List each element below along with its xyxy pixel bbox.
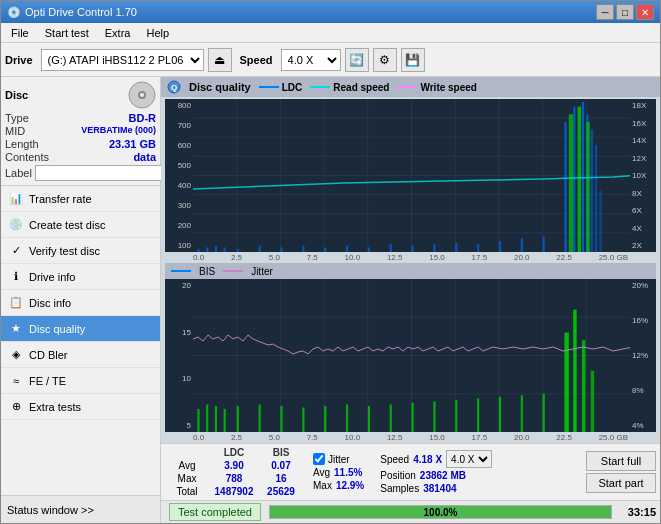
menu-start-test[interactable]: Start test <box>37 23 97 42</box>
y-right-2x: 2X <box>632 241 654 250</box>
read-speed-color-swatch <box>310 86 330 88</box>
close-button[interactable]: ✕ <box>636 4 654 20</box>
y-label-400: 400 <box>167 181 191 190</box>
x-50: 5.0 <box>269 253 280 262</box>
save-button[interactable]: 💾 <box>401 48 425 72</box>
transfer-rate-label: Transfer rate <box>29 193 92 205</box>
ly-5: 5 <box>167 421 191 430</box>
progress-track: 100.0% <box>269 505 612 519</box>
type-value: BD-R <box>129 112 157 124</box>
sidebar-item-cd-bler[interactable]: ◈ CD Bler <box>1 342 160 368</box>
bis-color-swatch <box>171 270 191 272</box>
jitter-max-row: Max 12.9% <box>313 480 364 491</box>
svg-rect-23 <box>215 246 217 252</box>
start-full-button[interactable]: Start full <box>586 451 656 471</box>
menu-help[interactable]: Help <box>138 23 177 42</box>
svg-rect-78 <box>499 397 501 432</box>
drive-info-icon: ℹ <box>9 270 23 284</box>
drive-select[interactable]: (G:) ATAPI iHBS112 2 PL06 <box>41 49 204 71</box>
svg-rect-35 <box>455 243 457 252</box>
jitter-label: Jitter <box>328 454 350 465</box>
svg-rect-34 <box>433 244 435 252</box>
upper-y-axis-left: 800 700 600 500 400 300 200 100 <box>165 99 193 252</box>
x-225: 22.5 <box>556 253 572 262</box>
lower-chart-svg <box>193 279 630 432</box>
speed-select-stats[interactable]: 4.0 X <box>446 450 492 468</box>
lx-150: 15.0 <box>429 433 445 442</box>
progress-bar-area: Test completed 100.0% 33:15 <box>161 500 660 523</box>
lower-x-axis: 0.0 2.5 5.0 7.5 10.0 12.5 15.0 17.5 20.0… <box>161 433 660 442</box>
verify-test-disc-label: Verify test disc <box>29 245 100 257</box>
minimize-button[interactable]: ─ <box>596 4 614 20</box>
sidebar-item-extra-tests[interactable]: ⊕ Extra tests <box>1 394 160 420</box>
stats-total-bis: 25629 <box>259 485 303 498</box>
legend-ldc: LDC <box>259 82 303 93</box>
stats-avg-ldc: 3.90 <box>209 459 259 472</box>
disc-mid-row: MID VERBATIMe (000) <box>5 125 156 137</box>
svg-rect-24 <box>224 247 226 252</box>
length-label: Length <box>5 138 39 150</box>
sidebar-item-fe-te[interactable]: ≈ FE / TE <box>1 368 160 394</box>
svg-rect-33 <box>412 246 414 252</box>
sidebar-item-create-test-disc[interactable]: 💿 Create test disc <box>1 212 160 238</box>
y-right-12x: 12X <box>632 154 654 163</box>
stats-row: LDC BIS Avg 3.90 0.07 Max 788 16 Total 1… <box>165 446 656 498</box>
refresh-button[interactable]: 🔄 <box>345 48 369 72</box>
maximize-button[interactable]: □ <box>616 4 634 20</box>
samples-label: Samples <box>380 483 419 494</box>
extra-tests-icon: ⊕ <box>9 400 23 414</box>
cd-bler-icon: ◈ <box>9 348 23 362</box>
jitter-section: Jitter Avg 11.5% Max 12.9% <box>313 453 364 491</box>
app-icon: 💿 <box>7 6 21 19</box>
svg-rect-44 <box>591 130 593 252</box>
status-window-button[interactable]: Status window >> <box>1 495 160 523</box>
x-100: 10.0 <box>345 253 361 262</box>
sidebar-item-transfer-rate[interactable]: 📊 Transfer rate <box>1 186 160 212</box>
settings-button[interactable]: ⚙ <box>373 48 397 72</box>
eject-button[interactable]: ⏏ <box>208 48 232 72</box>
label-input[interactable] <box>35 165 168 181</box>
svg-rect-45 <box>595 145 597 252</box>
sidebar-item-drive-info[interactable]: ℹ Drive info <box>1 264 160 290</box>
jitter-checkbox[interactable] <box>313 453 325 465</box>
speed-value: 4.18 X <box>413 454 442 465</box>
sidebar-item-disc-quality[interactable]: ★ Disc quality <box>1 316 160 342</box>
disc-info-panel: Disc Type BD-R MID VERBATIMe (000) <box>1 77 160 186</box>
svg-rect-73 <box>390 404 392 432</box>
legend-write-speed: Write speed <box>397 82 477 93</box>
jitter-lower-color-swatch <box>223 270 243 272</box>
label-key: Label <box>5 167 32 179</box>
x-250: 25.0 GB <box>599 253 628 262</box>
svg-rect-63 <box>206 404 208 432</box>
y-label-700: 700 <box>167 121 191 130</box>
read-speed-label: Read speed <box>333 82 389 93</box>
menu-file[interactable]: File <box>3 23 37 42</box>
sidebar-item-verify-test-disc[interactable]: ✓ Verify test disc <box>1 238 160 264</box>
svg-rect-67 <box>259 404 261 432</box>
type-label: Type <box>5 112 29 124</box>
svg-text:Q: Q <box>171 83 177 92</box>
menu-extra[interactable]: Extra <box>97 23 139 42</box>
lx-0: 0.0 <box>193 433 204 442</box>
y-right-8x: 8X <box>632 189 654 198</box>
svg-rect-39 <box>543 237 545 252</box>
svg-rect-82 <box>573 310 576 432</box>
jitter-avg-label: Avg <box>313 467 330 478</box>
svg-rect-47 <box>569 114 573 252</box>
y-label-600: 600 <box>167 141 191 150</box>
samples-row: Samples 381404 <box>380 483 492 494</box>
svg-rect-74 <box>412 403 414 432</box>
y-right-18x: 18X <box>632 101 654 110</box>
svg-rect-31 <box>368 247 370 252</box>
speed-label: Speed <box>380 454 409 465</box>
start-part-button[interactable]: Start part <box>586 473 656 493</box>
lower-chart: 20 15 10 5 <box>165 279 656 432</box>
jitter-avg-value: 11.5% <box>334 467 362 478</box>
sidebar-item-disc-info[interactable]: 📋 Disc info <box>1 290 160 316</box>
svg-rect-38 <box>521 238 523 252</box>
disc-contents-row: Contents data <box>5 151 156 163</box>
svg-rect-28 <box>302 246 304 252</box>
disc-section-title: Disc <box>5 89 28 101</box>
jitter-max-label: Max <box>313 480 332 491</box>
speed-select-toolbar[interactable]: 4.0 X <box>281 49 341 71</box>
